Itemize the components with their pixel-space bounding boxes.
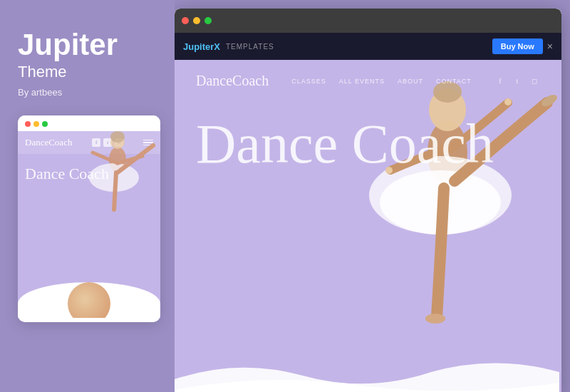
browser-bar-right: Buy Now × [492,38,553,54]
svg-point-14 [425,314,445,324]
mobile-expand-dot [42,121,48,127]
mobile-content-area: DanceCoach f t in [18,131,160,318]
theme-subtitle: Theme [18,63,160,81]
mobile-close-dot [25,121,31,127]
facebook-icon[interactable]: f [494,76,506,87]
browser-minimize-dot[interactable] [193,17,200,24]
hero-title: Dance Coach [196,116,540,172]
mobile-minimize-dot [33,121,39,127]
nav-all-events[interactable]: ALL EVENTS [339,78,385,85]
left-panel: Jupiter Theme By artbees DanceCoach f t … [0,0,175,392]
theme-title: Jupiter [18,29,160,61]
site-nav: DanceCoach CLASSES ALL EVENTS ABOUT CONT… [175,60,561,102]
nav-contact[interactable]: CONTACT [436,78,472,85]
dancer-figure [298,60,561,373]
svg-point-7 [110,131,125,143]
templates-label: TEMPLATES [226,43,274,51]
right-panel: JupiterX TEMPLATES Buy Now × DanceCoach … [175,9,561,392]
twitter-icon[interactable]: t [512,76,523,87]
browser-chrome [175,9,561,33]
mobile-window-controls [18,115,160,131]
buy-now-button[interactable]: Buy Now [492,38,543,54]
nav-about[interactable]: ABOUT [398,78,423,85]
site-social-icons: f t ◻ [494,76,540,87]
browser-bar: JupiterX TEMPLATES Buy Now × [175,33,561,60]
nav-classes[interactable]: CLASSES [291,78,326,85]
browser-close-button[interactable]: × [547,41,553,52]
site-nav-links: CLASSES ALL EVENTS ABOUT CONTACT [291,78,472,85]
website-preview: DanceCoach CLASSES ALL EVENTS ABOUT CONT… [175,60,561,392]
mobile-dancer-image [53,131,160,259]
browser-bar-left: JupiterX TEMPLATES [183,41,274,52]
browser-expand-dot[interactable] [204,17,212,24]
svg-line-4 [114,172,116,210]
mobile-preview: DanceCoach f t in [18,115,160,322]
site-wave [175,351,559,392]
jupiterx-logo: JupiterX [183,41,220,52]
x-text: X [214,41,220,52]
browser-close-dot[interactable] [182,17,189,24]
theme-author: By artbees [18,87,160,98]
jupiter-text: Jupiter [183,41,214,52]
dancer-container [298,60,561,373]
site-logo: DanceCoach [196,73,269,89]
instagram-icon[interactable]: ◻ [529,76,540,87]
